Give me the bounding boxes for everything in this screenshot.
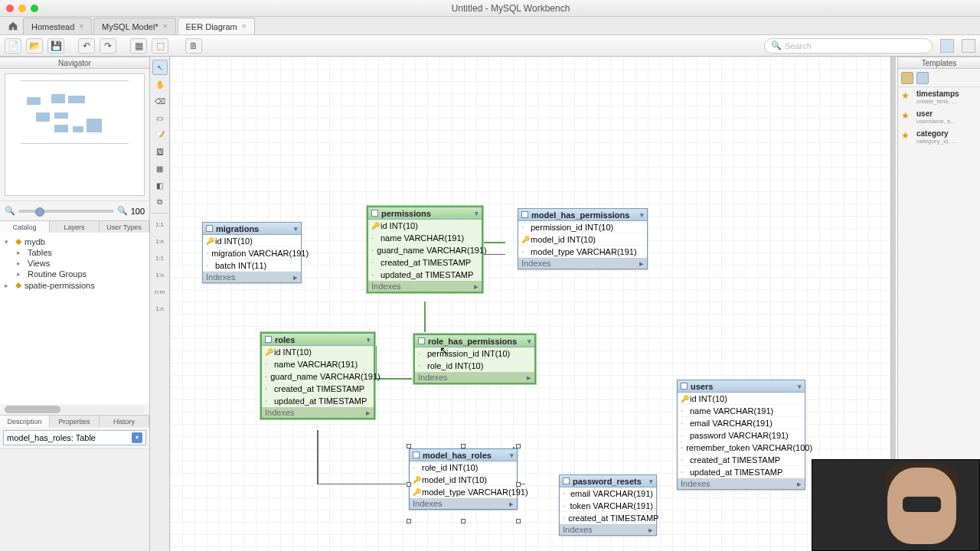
indexes-section[interactable]: Indexes▸	[678, 478, 805, 489]
tree-views[interactable]: ▸Views	[2, 258, 148, 269]
chevron-down-icon[interactable]: ▾	[510, 452, 514, 459]
minimize-window[interactable]	[18, 5, 26, 12]
relation-existing-tool[interactable]: 1:n	[152, 301, 168, 316]
view-tool[interactable]: ◧	[152, 178, 168, 193]
home-tab[interactable]	[3, 18, 23, 34]
tree-routine-groups[interactable]: ▸Routine Groups	[2, 269, 148, 279]
relation-1-1i-tool[interactable]: 1:1	[152, 250, 168, 266]
search-input[interactable]: 🔍 Search	[764, 38, 933, 54]
table-model-has-permissions[interactable]: model_has_permissions▾ ◦permission_id IN…	[518, 208, 648, 269]
layer-tool[interactable]: ▭	[152, 110, 168, 126]
resize-handle[interactable]	[407, 519, 411, 523]
zoom-slider[interactable]	[18, 210, 114, 213]
tab-description[interactable]: Description	[0, 416, 50, 427]
diagram-canvas[interactable]: migrations▾ 🔑id INT(10) ◦migration VARCH…	[170, 57, 897, 551]
column: 🔑model_id INT(10)	[518, 233, 647, 246]
tree-tables[interactable]: ▸Tables	[2, 247, 148, 258]
template-table-icon[interactable]	[901, 72, 913, 84]
undo-button[interactable]: ↶	[78, 38, 95, 54]
minimap[interactable]	[5, 73, 145, 196]
resize-handle[interactable]	[461, 519, 466, 523]
tree-db-spatie[interactable]: ▸◆spatie-permissions	[2, 279, 148, 291]
main-toolbar: 📄 📂 💾 ↶ ↷ ▦ ⬚ 🗎 🔍 Search	[0, 35, 980, 57]
indexes-section[interactable]: Indexes▸	[262, 407, 374, 418]
resize-handle[interactable]	[407, 482, 411, 487]
table-permissions[interactable]: permissions▾ 🔑id INT(10) ◦name VARCHAR(1…	[367, 206, 483, 293]
template-timestamps[interactable]: ★timestampscreate_time, ...	[898, 87, 980, 107]
table-users[interactable]: users▾ 🔑id INT(10) ◦name VARCHAR(191) ◦e…	[677, 380, 805, 490]
resize-handle[interactable]	[461, 444, 466, 448]
toggle-left-panel[interactable]	[940, 39, 954, 53]
table-role-has-permissions[interactable]: role_has_permissions▾ ◦permission_id INT…	[413, 334, 536, 384]
tab-mysql-model[interactable]: MySQL Model*×	[93, 18, 175, 34]
note-tool[interactable]: 📝	[152, 127, 168, 142]
image-tool[interactable]: 🖼	[152, 144, 168, 159]
table-model-has-roles[interactable]: model_has_roles▾ ◦role_id INT(10) 🔑model…	[409, 448, 518, 510]
table-migrations[interactable]: migrations▾ 🔑id INT(10) ◦migration VARCH…	[202, 222, 302, 283]
table-icon	[521, 211, 528, 218]
description-area[interactable]	[0, 448, 149, 552]
indexes-section[interactable]: Indexes▸	[203, 272, 301, 282]
resize-handle[interactable]	[516, 482, 521, 487]
tree-scrollbar[interactable]	[5, 406, 145, 413]
close-icon[interactable]: ×	[163, 22, 168, 31]
tab-eer-diagram[interactable]: EER Diagram×	[178, 18, 255, 34]
schema-tree[interactable]: ▾◆mydb ▸Tables ▸Views ▸Routine Groups ▸◆…	[0, 233, 149, 302]
pointer-tool[interactable]: ↖	[152, 60, 168, 75]
tab-homestead[interactable]: Homestead×	[23, 18, 92, 34]
chevron-down-icon[interactable]: ▾	[294, 225, 298, 233]
tree-db-mydb[interactable]: ▾◆mydb	[2, 236, 148, 247]
chevron-down-icon[interactable]: ▾	[132, 432, 142, 443]
new-file-button[interactable]: 📄	[5, 38, 21, 54]
chevron-down-icon[interactable]: ▾	[528, 337, 531, 345]
relation-1-n-tool[interactable]: 1:n	[152, 233, 168, 249]
zoom-in-icon[interactable]: 🔍	[117, 206, 128, 216]
indexes-section[interactable]: Indexes▸	[368, 281, 482, 292]
tab-history[interactable]: History	[100, 416, 149, 427]
align-button[interactable]: ⬚	[152, 38, 168, 54]
chevron-down-icon[interactable]: ▾	[640, 211, 644, 219]
table-tool[interactable]: ▦	[152, 161, 168, 176]
indexes-section[interactable]: Indexes▸	[410, 498, 517, 509]
grid-toggle-button[interactable]: ▦	[130, 38, 147, 54]
redo-button[interactable]: ↷	[100, 38, 116, 54]
toggle-right-panel[interactable]	[962, 39, 975, 53]
table-password-resets[interactable]: password_resets▾ ◦email VARCHAR(191) ◦to…	[559, 474, 657, 536]
close-icon[interactable]: ×	[242, 22, 247, 31]
relation-1-1-tool[interactable]: 1:1	[152, 217, 168, 232]
column: ◦permission_id INT(10)	[415, 347, 534, 360]
hand-tool[interactable]: ✋	[152, 77, 168, 92]
close-window[interactable]	[6, 5, 14, 12]
export-button[interactable]: 🗎	[185, 38, 202, 54]
zoom-control[interactable]: 🔍 🔍 100	[0, 201, 149, 220]
table-roles[interactable]: roles▾ 🔑id INT(10) ◦name VARCHAR(191) ◦g…	[260, 332, 375, 419]
resize-handle[interactable]	[516, 444, 521, 448]
chevron-down-icon[interactable]: ▾	[475, 210, 479, 217]
indexes-section[interactable]: Indexes▸	[560, 524, 656, 535]
routine-tool[interactable]: ⧉	[152, 194, 168, 210]
object-selector[interactable]: model_has_roles: Table ▾	[3, 430, 146, 445]
save-button[interactable]: 💾	[47, 38, 64, 54]
template-user[interactable]: ★userusername, e...	[898, 107, 980, 127]
indexes-section[interactable]: Indexes▸	[415, 372, 534, 383]
open-file-button[interactable]: 📂	[26, 38, 43, 54]
tab-catalog[interactable]: Catalog	[0, 221, 50, 233]
resize-handle[interactable]	[407, 444, 411, 448]
chevron-down-icon[interactable]: ▾	[649, 478, 653, 485]
chevron-down-icon[interactable]: ▾	[798, 383, 802, 390]
template-schema-icon[interactable]	[916, 72, 929, 84]
zoom-window[interactable]	[31, 5, 38, 12]
eraser-tool[interactable]: ⌫	[152, 93, 168, 109]
tab-properties[interactable]: Properties	[50, 416, 100, 427]
resize-handle[interactable]	[516, 519, 521, 523]
template-category[interactable]: ★categorycategory_id, ...	[898, 127, 980, 147]
close-icon[interactable]: ×	[79, 22, 83, 31]
relation-n-m-tool[interactable]: n:m	[152, 284, 168, 299]
chevron-down-icon[interactable]: ▾	[367, 336, 371, 344]
indexes-section[interactable]: Indexes▸	[518, 258, 647, 269]
relation-1-ni-tool[interactable]: 1:n	[152, 267, 168, 282]
tab-layers[interactable]: Layers	[50, 221, 100, 233]
zoom-out-icon[interactable]: 🔍	[5, 206, 15, 216]
tab-user-types[interactable]: User Types	[100, 221, 149, 233]
star-icon: ★	[901, 109, 913, 122]
